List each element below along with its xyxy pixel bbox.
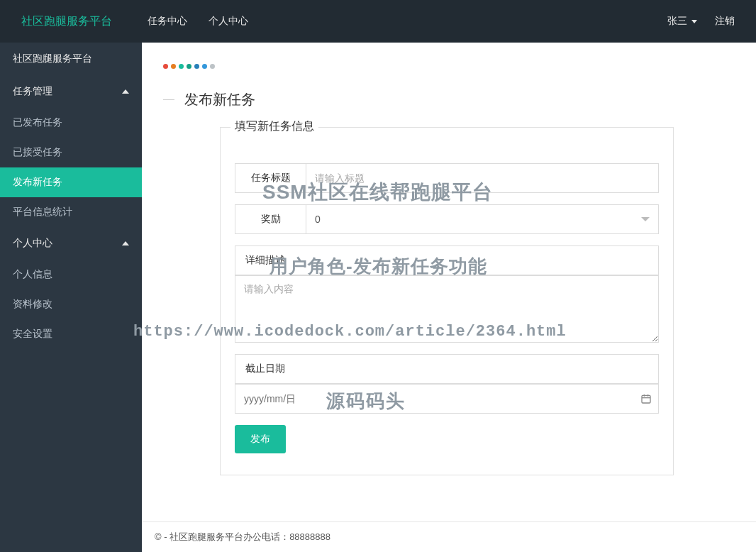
logout-link[interactable]: 注销: [715, 15, 735, 28]
dot-icon: [163, 64, 168, 69]
row-desc-label: 详细描述: [235, 245, 659, 275]
chevron-down-icon: [641, 217, 650, 221]
label-deadline: 截止日期: [235, 354, 659, 384]
top-nav: 任务中心 个人中心: [148, 15, 667, 28]
nav-personal-center[interactable]: 个人中心: [209, 15, 248, 28]
page-title-row: 发布新任务: [163, 90, 735, 109]
select-reward-value: 0: [315, 214, 321, 225]
brand-title[interactable]: 社区跑腿服务平台: [21, 14, 112, 29]
sidebar-title[interactable]: 社区跑腿服务平台: [0, 43, 142, 75]
form-fieldset: 填写新任务信息 任务标题 奖励 0 详细描述: [220, 127, 674, 475]
row-submit: 发布: [235, 425, 659, 453]
sidebar-group-task[interactable]: 任务管理: [0, 75, 142, 108]
dot-icon: [179, 64, 184, 69]
dot-icon: [194, 64, 199, 69]
sidebar-item-edit-profile[interactable]: 资料修改: [0, 289, 142, 319]
sidebar-item-security[interactable]: 安全设置: [0, 319, 142, 349]
input-deadline[interactable]: [235, 384, 659, 414]
main-content: 发布新任务 填写新任务信息 任务标题 奖励 0: [142, 43, 756, 552]
label-reward: 奖励: [235, 204, 306, 234]
select-reward[interactable]: 0: [306, 204, 659, 234]
user-dropdown[interactable]: 张三: [667, 15, 697, 28]
row-desc-textarea: [235, 275, 659, 343]
svg-rect-0: [642, 395, 650, 403]
title-dash-icon: [163, 99, 174, 100]
dot-icon: [210, 64, 215, 69]
caret-up-icon: [122, 241, 129, 245]
label-description: 详细描述: [235, 245, 659, 275]
top-right: 张三 注销: [667, 15, 735, 28]
dot-icon: [187, 64, 191, 69]
topbar: 社区跑腿服务平台 任务中心 个人中心 张三 注销: [0, 0, 756, 43]
row-deadline-input: [235, 384, 659, 414]
caret-down-icon: [691, 20, 697, 23]
sidebar-item-stats[interactable]: 平台信息统计: [0, 197, 142, 227]
calendar-icon[interactable]: [640, 393, 652, 404]
submit-button[interactable]: 发布: [235, 425, 286, 453]
sidebar-item-profile[interactable]: 个人信息: [0, 260, 142, 289]
row-reward: 奖励 0: [235, 204, 659, 234]
label-title: 任务标题: [235, 163, 306, 193]
dot-icon: [171, 64, 176, 69]
textarea-description[interactable]: [235, 275, 659, 343]
decorative-dots: [163, 64, 735, 69]
sidebar-item-new-task[interactable]: 发布新任务: [0, 167, 142, 197]
caret-up-icon: [122, 89, 129, 94]
sidebar-group-task-label: 任务管理: [13, 85, 52, 98]
row-deadline-label: 截止日期: [235, 354, 659, 384]
sidebar-group-personal-label: 个人中心: [13, 237, 52, 250]
footer: © - 社区跑腿服务平台办公电话：88888888: [142, 521, 756, 552]
form-legend: 填写新任务信息: [230, 119, 318, 134]
row-title: 任务标题: [235, 163, 659, 193]
user-name: 张三: [667, 15, 687, 28]
nav-task-center[interactable]: 任务中心: [148, 15, 187, 28]
sidebar: 社区跑腿服务平台 任务管理 已发布任务 已接受任务 发布新任务 平台信息统计 个…: [0, 43, 142, 552]
footer-text: © - 社区跑腿服务平台办公电话：88888888: [155, 531, 330, 542]
page-title: 发布新任务: [184, 90, 255, 109]
dot-icon: [202, 64, 207, 69]
sidebar-group-personal[interactable]: 个人中心: [0, 227, 142, 260]
input-title[interactable]: [306, 163, 659, 193]
form-card: 填写新任务信息 任务标题 奖励 0 详细描述: [220, 127, 674, 475]
sidebar-item-published[interactable]: 已发布任务: [0, 108, 142, 138]
sidebar-item-accepted[interactable]: 已接受任务: [0, 138, 142, 167]
